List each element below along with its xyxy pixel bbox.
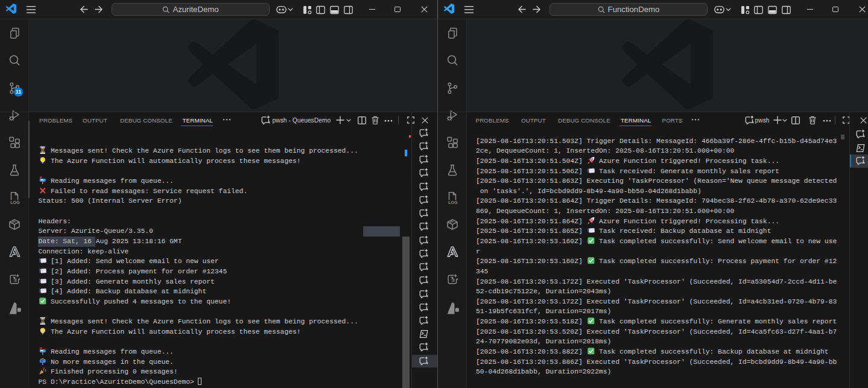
svg-text:LOG: LOG xyxy=(10,200,20,204)
svg-text:LOG: LOG xyxy=(448,200,458,204)
